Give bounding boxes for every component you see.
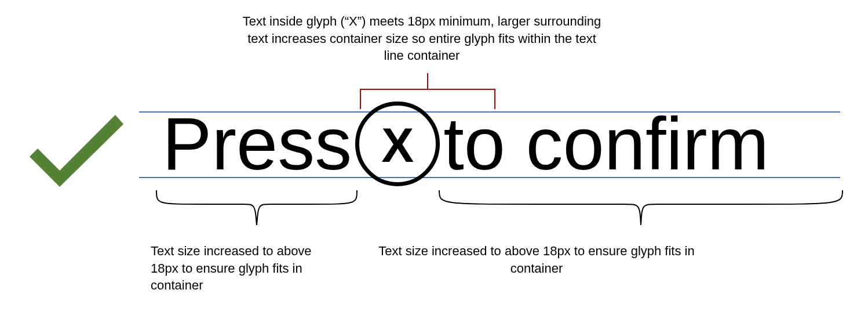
svg-marker-0 xyxy=(30,115,123,187)
top-caption: Text inside glyph (“X”) meets 18px minim… xyxy=(236,13,607,64)
glyph-button-icon: X xyxy=(354,100,441,187)
bottom-left-caption: Text size increased to above 18px to ens… xyxy=(151,242,319,294)
example-text-row: Press X to confirm xyxy=(162,97,769,190)
glyph-circle-icon: X xyxy=(355,102,440,186)
curly-brace-right-icon xyxy=(438,189,844,226)
bottom-right-caption: Text size increased to above 18px to ens… xyxy=(374,242,699,277)
red-leader-line xyxy=(427,73,428,89)
example-text-right: to confirm xyxy=(443,107,769,181)
glyph-letter: X xyxy=(381,121,414,169)
check-icon xyxy=(26,111,125,187)
diagram-canvas: Text inside glyph (“X”) meets 18px minim… xyxy=(0,0,868,333)
example-text-left: Press xyxy=(162,107,352,181)
curly-brace-left-icon xyxy=(155,189,358,226)
